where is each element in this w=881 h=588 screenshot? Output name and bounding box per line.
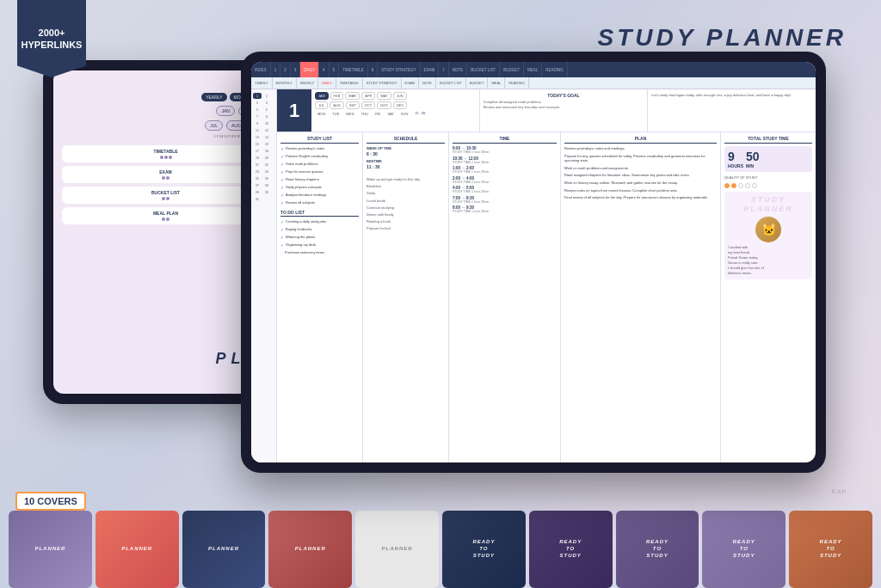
tab-note[interactable]: NOTE — [449, 62, 468, 77]
tab-5[interactable]: 5 — [330, 62, 340, 77]
index-cell-bucket[interactable]: BUCKET LIST — [62, 187, 269, 204]
day-26[interactable]: 26 — [262, 175, 271, 181]
day-4[interactable]: 4 — [262, 100, 271, 106]
day-thu[interactable]: THU — [359, 111, 371, 117]
day-6[interactable]: 6 — [262, 107, 271, 113]
month-aug-btn[interactable]: AUG — [330, 101, 344, 109]
month-sep-btn[interactable]: SEP — [346, 101, 360, 109]
day-18[interactable]: 18 — [262, 148, 271, 154]
day-mon[interactable]: MON — [315, 111, 328, 117]
day-24[interactable]: 24 — [262, 168, 271, 175]
day-2[interactable]: 2 — [262, 93, 271, 99]
tab-meal[interactable]: MEAL — [524, 62, 542, 77]
tab-6[interactable]: 6 — [368, 62, 379, 77]
month-nov-btn[interactable]: NOV — [377, 101, 391, 109]
day-wed[interactable]: WED — [343, 111, 356, 117]
month-jan[interactable]: JAN — [216, 106, 234, 116]
day-20[interactable]: 20 — [262, 155, 271, 161]
cover-4[interactable]: PLANNER — [268, 511, 352, 588]
month-jul-btn[interactable]: JUL — [315, 101, 328, 109]
cover-1[interactable]: PLANNER — [9, 511, 92, 588]
day-23[interactable]: 23 — [253, 168, 262, 175]
day-13[interactable]: 13 — [253, 134, 262, 140]
tab-1[interactable]: 1 — [271, 62, 281, 77]
sub-tab-bucketlist[interactable]: BUCKET LIST — [436, 77, 466, 89]
tab-timetable[interactable]: TIMETABLE — [339, 62, 368, 77]
sub-tab-meal[interactable]: MEAL — [488, 77, 505, 89]
sub-tab-weekly[interactable]: WEEKLY — [297, 77, 318, 89]
tab-7[interactable]: 7 — [439, 62, 449, 77]
month-oct-btn[interactable]: OCT — [361, 101, 375, 109]
day-11[interactable]: 11 — [253, 127, 262, 133]
day-17[interactable]: 17 — [253, 148, 262, 154]
day-8[interactable]: 8 — [262, 113, 271, 119]
sub-tab-budget[interactable]: BUDGET — [466, 77, 489, 89]
day-10[interactable]: 10 — [262, 120, 271, 126]
index-cell-meal[interactable]: MEAL PLAN — [62, 207, 269, 224]
tab-daily[interactable]: DAILY — [300, 62, 319, 77]
month-dec-btn[interactable]: DEC — [393, 101, 407, 109]
cover-9[interactable]: READYTOSTUDY — [702, 511, 786, 588]
day-30[interactable]: 30 — [262, 189, 271, 195]
sub-tab-note[interactable]: NOTE — [419, 77, 436, 89]
tab-budget[interactable]: BUDGET — [500, 62, 524, 77]
cover-8[interactable]: READYTOSTUDY — [616, 511, 699, 588]
day-tue[interactable]: TUE — [330, 111, 342, 117]
month-jul[interactable]: JUL — [205, 120, 223, 131]
tab-4[interactable]: 4 — [319, 62, 330, 77]
month-mar-btn[interactable]: MAR — [345, 92, 360, 100]
day-sat[interactable]: SAT — [385, 111, 396, 117]
month-apr-btn[interactable]: APR — [361, 92, 375, 100]
month-jun-btn[interactable]: JUN — [393, 92, 407, 100]
sub-tab-yearly[interactable]: YEARLY — [251, 77, 273, 89]
watermark-text: Ean — [832, 487, 847, 495]
sub-tab-daily[interactable]: DAILY — [318, 77, 336, 89]
day-7[interactable]: 7 — [253, 113, 262, 119]
cover-2[interactable]: PLANNER — [95, 511, 179, 588]
sub-tab-exam[interactable]: EXAM — [402, 77, 419, 89]
check-6: ✓ — [280, 185, 284, 190]
sub-tab-study[interactable]: STUDY STRATEGY — [363, 77, 402, 89]
day-25[interactable]: 25 — [253, 175, 262, 181]
study-item-text-7: Analyze literature readings — [286, 193, 326, 197]
day-12[interactable]: 12 — [262, 127, 271, 133]
day-19[interactable]: 19 — [253, 155, 262, 161]
day-28[interactable]: 28 — [262, 182, 271, 188]
cover-5[interactable]: PLANNER — [355, 511, 439, 588]
day-16[interactable]: 16 — [262, 141, 271, 147]
day-fri[interactable]: FRI — [373, 111, 383, 117]
day-29[interactable]: 29 — [253, 189, 262, 195]
day-31[interactable]: 31 — [253, 196, 262, 202]
tab-2[interactable]: 2 — [280, 62, 291, 77]
tab-index[interactable]: INDEX — [251, 62, 271, 77]
day-1[interactable]: 1 — [253, 93, 262, 99]
cover-6[interactable]: READYTOSTUDY — [442, 511, 526, 588]
day-sun[interactable]: SUN — [398, 111, 410, 117]
tab-3[interactable]: 3 — [291, 62, 301, 77]
day-9[interactable]: 9 — [253, 120, 262, 126]
cover-7[interactable]: READYTOSTUDY — [529, 511, 613, 588]
day-5[interactable]: 5 — [253, 107, 262, 113]
planner-tabs: INDEX 1 2 3 DAILY 4 5 TIMETABLE 6 STUDY … — [251, 62, 816, 77]
tab-reading[interactable]: READING — [542, 62, 568, 77]
cover-3[interactable]: PLANNER — [182, 511, 266, 588]
day-14[interactable]: 14 — [262, 134, 271, 140]
tab-exam[interactable]: EXAM — [421, 62, 440, 77]
tab-study-strategy[interactable]: STUDY STRATEGY — [378, 62, 420, 77]
month-jan-btn[interactable]: JAN — [315, 92, 329, 100]
sub-tab-monthly[interactable]: MONTHLY — [273, 77, 297, 89]
nav-yearly[interactable]: YEARLY — [201, 93, 226, 101]
day-27[interactable]: 27 — [253, 182, 262, 188]
sub-tab-reading[interactable]: READING — [505, 77, 528, 89]
sub-tab-timetable[interactable]: TIMETABLE — [336, 77, 363, 89]
tab-budget-list[interactable]: BUCKET LIST — [467, 62, 500, 77]
day-22[interactable]: 22 — [262, 162, 271, 168]
index-cell-exam[interactable]: EXAM — [62, 166, 269, 183]
month-feb-btn[interactable]: FEB — [330, 92, 344, 100]
day-15[interactable]: 15 — [253, 141, 262, 147]
day-21[interactable]: 21 — [253, 162, 262, 168]
month-may-btn[interactable]: MAY — [377, 92, 391, 100]
cover-10[interactable]: READYTOSTUDY — [789, 511, 872, 588]
index-cell-timetable[interactable]: TIMETABLE — [62, 145, 269, 162]
day-3[interactable]: 3 — [253, 100, 262, 106]
